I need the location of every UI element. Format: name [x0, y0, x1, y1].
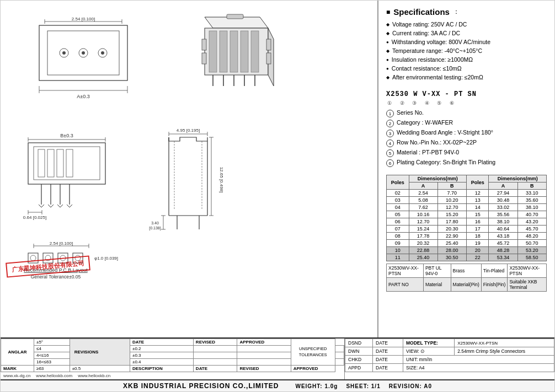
- svg-text:A±0.3: A±0.3: [77, 94, 89, 99]
- circle-1: 1: [386, 110, 394, 117]
- specs-title: Specifications ：: [386, 7, 547, 17]
- rev-size: SIZE: A4: [403, 364, 554, 372]
- tol-row3-approved: [335, 359, 344, 366]
- dim-cell: 19: [466, 240, 489, 247]
- tol-row-last: MARK ≥63 ±0.5 DESCRIPTION DATE REVISED A…: [1, 366, 344, 372]
- part-desc-series-text: Series No.: [397, 109, 424, 116]
- revision-table: DSND DATE MODEL TYPE: X2530WV-XX-PTSN DW…: [345, 339, 554, 372]
- svg-text:B±0.3: B±0.3: [60, 133, 73, 138]
- svg-rect-33: [266, 39, 271, 50]
- svg-text:12.65 [0.498]: 12.65 [0.498]: [219, 167, 224, 193]
- dim-th-poles1: Poles: [387, 175, 409, 190]
- tol-revised-header2: REVISED: [193, 339, 237, 346]
- tol-row3-date: [193, 359, 237, 366]
- dim-cell: 2.54: [409, 190, 437, 197]
- rev-chkd-date: DATE: [373, 356, 403, 364]
- rev-chkd-row: CHKD DATE UNIT: mm/In: [345, 356, 554, 364]
- tol-pm03: ±0.3: [130, 352, 193, 359]
- svg-text:2.54 [0.100]: 2.54 [0.100]: [72, 17, 95, 22]
- rev-unit: UNIT: mm/In: [403, 356, 554, 364]
- spec-bullet: [386, 48, 389, 53]
- dim-cell: 7.70: [437, 190, 466, 197]
- rev-dsnd-date: DATE: [373, 339, 403, 347]
- dim-cell: 09: [387, 240, 409, 247]
- svg-rect-30: [227, 14, 243, 19]
- dim-row: 035.0810.201330.4835.60: [387, 197, 547, 204]
- spec-bullet: [386, 30, 389, 36]
- dim-cell: 12.70: [437, 204, 466, 211]
- part-desc-plating: 6 Plating Category: Sn-Bright Tin Platin…: [386, 159, 547, 167]
- dim-th-dims2: Dimensions(mm): [489, 175, 547, 182]
- tol-mark-label: MARK: [1, 366, 34, 372]
- dim-cell: 02: [387, 190, 409, 197]
- spec-bullet: [386, 66, 389, 71]
- spec-item-env: After environmental testing: ≤20mΩ: [386, 74, 547, 80]
- tol-le4: ≤4: [34, 346, 70, 352]
- tol-range3: ≥63: [34, 366, 70, 372]
- dim-cell: 28.00: [437, 247, 466, 254]
- dim-cell: 10.16: [409, 211, 437, 218]
- dim-cell: 25.40: [437, 240, 466, 247]
- dim-row: 0510.1615.201535.5640.70: [387, 211, 547, 218]
- spec-bullet: [386, 57, 389, 62]
- drawing-area: 2.54 [0.100]: [1, 1, 378, 337]
- mat-label-xkb: Suitable XKB Terminal: [508, 278, 547, 292]
- part-desc-series: 1 Series No.: [386, 109, 547, 117]
- spec-item-temp: Temperature range: -40°C~+105°C: [386, 47, 547, 54]
- spec-bullet: [386, 39, 389, 45]
- dim-th-a1: A: [409, 182, 437, 190]
- profile-view: 4.95 [0.195] 12.65 [0.: [149, 128, 224, 230]
- circle-3: 3: [386, 130, 394, 137]
- svg-text:3.40: 3.40: [151, 221, 159, 225]
- part-desc-category-text: Category : W-WAFER: [397, 119, 453, 126]
- dim-cell: 38.10: [517, 204, 546, 211]
- dim-cell: 10: [387, 247, 409, 254]
- rev-chkd-label: CHKD: [345, 356, 373, 364]
- revision-left: ANGLAR ±5° REVISIONS DATE REVISED APPROV…: [1, 339, 345, 379]
- part-desc-row-text: Row No.-Pin No.: XX-02P~22P: [397, 139, 477, 146]
- tol-pm5: ±5°: [34, 339, 70, 346]
- dim-cell: 12.70: [409, 218, 437, 225]
- dim-row: 022.547.701227.9433.10: [387, 190, 547, 197]
- rev-appd-label: APPD: [345, 364, 373, 372]
- svg-rect-29: [251, 31, 259, 72]
- dim-th-a2: A: [489, 182, 517, 190]
- circle-4: 4: [386, 139, 394, 147]
- footer-company: XKB INDUSTRIAL PRECISION CO.,LIMITED: [123, 382, 279, 390]
- dim-cell: 10.20: [437, 197, 466, 204]
- tol-row2-approved: [335, 352, 344, 359]
- tol-header-row: ANGLAR ±5° REVISIONS DATE REVISED APPROV…: [1, 339, 344, 346]
- svg-text:4.95 [0.195]: 4.95 [0.195]: [177, 128, 200, 133]
- dim-cell: 48.28: [489, 247, 517, 254]
- dim-cell: 43.18: [489, 233, 517, 240]
- svg-rect-32: [202, 53, 206, 64]
- dim-cell: 22.88: [409, 247, 437, 254]
- mat-label-material: Material: [423, 278, 451, 292]
- svg-rect-45: [34, 147, 100, 180]
- specs-list: Voltage rating: 250V AC / DC Current rat…: [386, 21, 547, 80]
- dim-cell: 5.08: [409, 197, 437, 204]
- part-desc-material: 5 Material : PT-PBT 94V-0: [386, 149, 547, 157]
- dim-cell: 50.70: [517, 240, 546, 247]
- material-row-1: X2530WV-XX-PTSN PBT UL 94V-0 Brass Tin-P…: [387, 264, 547, 278]
- dim-cell: 45.72: [489, 240, 517, 247]
- dim-cell: 53.20: [517, 247, 546, 254]
- dim-cell: 13: [466, 197, 489, 204]
- dim-row: 1125.4030.502253.3458.50: [387, 254, 547, 261]
- rev-dsnd-row: DSND DATE MODEL TYPE: X2530WV-XX-PTSN: [345, 339, 554, 347]
- dim-cell: 30.48: [489, 197, 517, 204]
- website-2: www.helloxkb.com: [36, 373, 72, 378]
- part-number-display: X2530 W V-XX - PT SN: [386, 90, 547, 98]
- dim-cell: 33.02: [489, 204, 517, 211]
- dim-cell: 08: [387, 233, 409, 240]
- footer-sheet: 1/1: [371, 383, 381, 389]
- dim-cell: 04: [387, 204, 409, 211]
- spec-bullet: [386, 74, 389, 80]
- footer-revision: A0: [424, 383, 432, 389]
- svg-text:[0.138]: [0.138]: [149, 226, 161, 230]
- spec-item-voltage: Voltage rating: 250V AC / DC: [386, 21, 547, 28]
- dim-cell: 06: [387, 218, 409, 225]
- material-table: X2530WV-XX-PTSN PBT UL 94V-0 Brass Tin-P…: [386, 264, 547, 292]
- svg-text:φ1.0 [0.039]: φ1.0 [0.039]: [94, 256, 118, 261]
- tol-row1-revised: [237, 346, 291, 352]
